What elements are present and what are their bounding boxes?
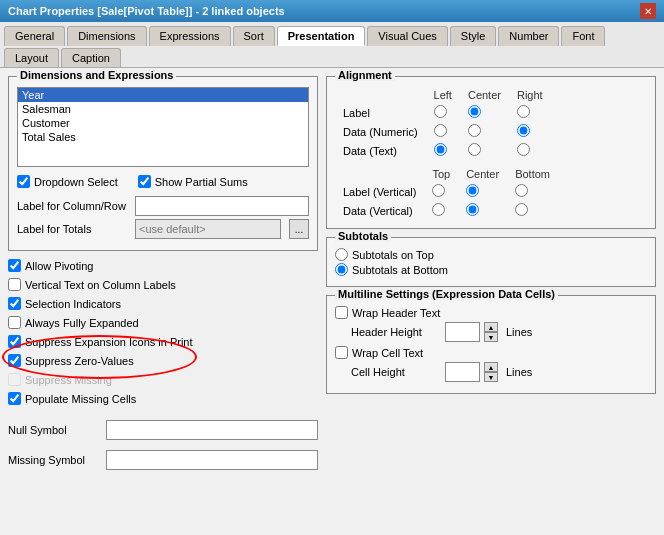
suppress-zero-label: Suppress Zero-Values xyxy=(25,355,134,367)
text-center-radio[interactable] xyxy=(468,143,481,156)
label-totals-label: Label for Totals xyxy=(17,223,127,235)
label-vertical-label: Label (Vertical) xyxy=(335,182,424,201)
checkboxes-section: Allow Pivoting Vertical Text on Column L… xyxy=(8,257,318,407)
tab-expressions[interactable]: Expressions xyxy=(149,26,231,46)
text-right-radio[interactable] xyxy=(517,143,530,156)
selection-indicators-checkbox[interactable] xyxy=(8,297,21,310)
missing-symbol-row: Missing Symbol - xyxy=(8,450,318,470)
label-right-radio[interactable] xyxy=(517,105,530,118)
vertical-text-checkbox[interactable] xyxy=(8,278,21,291)
data-vert-bottom-radio[interactable] xyxy=(515,203,528,216)
tab-font[interactable]: Font xyxy=(561,26,605,46)
alignment-table: Left Center Right Label D xyxy=(335,87,551,160)
wrap-cell-row: Wrap Cell Text xyxy=(335,346,647,359)
suppress-zero-checkbox[interactable] xyxy=(8,354,21,367)
allow-pivoting-checkbox[interactable] xyxy=(8,259,21,272)
title-bar-text: Chart Properties [Sale[Pivot Table]] - 2… xyxy=(8,5,285,17)
label-column-row-input[interactable] xyxy=(135,196,309,216)
data-vert-center-radio[interactable] xyxy=(466,203,479,216)
always-expanded-label: Always Fully Expanded xyxy=(25,317,139,329)
dim-item-year[interactable]: Year xyxy=(18,88,308,102)
tab-style[interactable]: Style xyxy=(450,26,496,46)
dropdown-select-row: Dropdown Select xyxy=(17,175,118,188)
label-vert-center-radio[interactable] xyxy=(466,184,479,197)
multiline-title: Multiline Settings (Expression Data Cell… xyxy=(335,288,558,300)
subtotals-on-top-radio[interactable] xyxy=(335,248,348,261)
dim-item-salesman[interactable]: Salesman xyxy=(18,102,308,116)
populate-missing-checkbox[interactable] xyxy=(8,392,21,405)
label-left-radio[interactable] xyxy=(434,105,447,118)
wrap-header-checkbox[interactable] xyxy=(335,306,348,319)
suppress-missing-label: Suppress Missing xyxy=(25,374,112,386)
tab-caption[interactable]: Caption xyxy=(61,48,121,67)
align-left-header: Left xyxy=(426,87,460,103)
tab-layout[interactable]: Layout xyxy=(4,48,59,67)
null-symbol-row: Null Symbol - xyxy=(8,420,318,440)
data-vertical-label: Data (Vertical) xyxy=(335,201,424,220)
vertical-align-table: Top Center Bottom Label (Vertical) xyxy=(335,166,558,220)
label-center-radio[interactable] xyxy=(468,105,481,118)
missing-symbol-input[interactable]: - xyxy=(106,450,318,470)
header-height-down[interactable]: ▼ xyxy=(484,332,498,342)
tab-general[interactable]: General xyxy=(4,26,65,46)
cell-height-down[interactable]: ▼ xyxy=(484,372,498,382)
label-vert-bottom-radio[interactable] xyxy=(515,184,528,197)
title-bar: Chart Properties [Sale[Pivot Table]] - 2… xyxy=(0,0,664,22)
dim-item-totalsales[interactable]: Total Sales xyxy=(18,130,308,144)
cell-height-spinner: ▲ ▼ xyxy=(484,362,498,382)
header-height-row: Header Height 2 ▲ ▼ Lines xyxy=(351,322,647,342)
numeric-left-radio[interactable] xyxy=(434,124,447,137)
wrap-cell-label: Wrap Cell Text xyxy=(352,347,423,359)
data-numeric-label: Data (Numeric) xyxy=(335,122,426,141)
data-vert-top-radio[interactable] xyxy=(432,203,445,216)
null-symbol-label: Null Symbol xyxy=(8,424,98,436)
dim-item-customer[interactable]: Customer xyxy=(18,116,308,130)
subtotals-on-top-label: Subtotals on Top xyxy=(352,249,434,261)
header-height-label: Header Height xyxy=(351,326,441,338)
label-totals-button[interactable]: ... xyxy=(289,219,309,239)
tab-visual-cues[interactable]: Visual Cues xyxy=(367,26,448,46)
tab-presentation[interactable]: Presentation xyxy=(277,26,366,46)
cell-height-input[interactable]: 2 xyxy=(445,362,480,382)
show-partial-sums-checkbox[interactable] xyxy=(138,175,151,188)
dropdown-select-checkbox[interactable] xyxy=(17,175,30,188)
right-panel: Alignment Left Center Right Label xyxy=(326,76,656,535)
wrap-header-row: Wrap Header Text xyxy=(335,306,647,319)
vertical-text-row: Vertical Text on Column Labels xyxy=(8,278,318,291)
subtotals-title: Subtotals xyxy=(335,230,391,242)
suppress-expansion-label: Suppress Expansion Icons in Print xyxy=(25,336,193,348)
label-column-row: Label for Column/Row xyxy=(17,196,309,216)
tab-number[interactable]: Number xyxy=(498,26,559,46)
subtotals-at-bottom-label: Subtotals at Bottom xyxy=(352,264,448,276)
suppress-missing-checkbox[interactable] xyxy=(8,373,21,386)
cell-height-up[interactable]: ▲ xyxy=(484,362,498,372)
tab-dimensions[interactable]: Dimensions xyxy=(67,26,146,46)
dim-expr-title: Dimensions and Expressions xyxy=(17,69,176,81)
tab-sort[interactable]: Sort xyxy=(233,26,275,46)
label-vert-top-radio[interactable] xyxy=(432,184,445,197)
allow-pivoting-row: Allow Pivoting xyxy=(8,259,318,272)
allow-pivoting-label: Allow Pivoting xyxy=(25,260,93,272)
dim-expr-group: Dimensions and Expressions Year Salesman… xyxy=(8,76,318,251)
header-height-spinner: ▲ ▼ xyxy=(484,322,498,342)
text-left-radio[interactable] xyxy=(434,143,447,156)
align-bottom-header: Bottom xyxy=(507,166,558,182)
populate-missing-label: Populate Missing Cells xyxy=(25,393,136,405)
close-button[interactable]: ✕ xyxy=(640,3,656,19)
label-totals-input[interactable] xyxy=(135,219,281,239)
header-height-up[interactable]: ▲ xyxy=(484,322,498,332)
subtotals-on-top-row: Subtotals on Top xyxy=(335,248,647,261)
always-expanded-checkbox[interactable] xyxy=(8,316,21,329)
wrap-header-label: Wrap Header Text xyxy=(352,307,440,319)
populate-missing-row: Populate Missing Cells xyxy=(8,392,318,405)
left-panel: Dimensions and Expressions Year Salesman… xyxy=(8,76,318,535)
null-symbol-input[interactable]: - xyxy=(106,420,318,440)
header-height-input[interactable]: 2 xyxy=(445,322,480,342)
subtotals-group: Subtotals Subtotals on Top Subtotals at … xyxy=(326,237,656,287)
subtotals-at-bottom-radio[interactable] xyxy=(335,263,348,276)
numeric-center-radio[interactable] xyxy=(468,124,481,137)
dim-list[interactable]: Year Salesman Customer Total Sales xyxy=(17,87,309,167)
wrap-cell-checkbox[interactable] xyxy=(335,346,348,359)
numeric-right-radio[interactable] xyxy=(517,124,530,137)
suppress-expansion-checkbox[interactable] xyxy=(8,335,21,348)
